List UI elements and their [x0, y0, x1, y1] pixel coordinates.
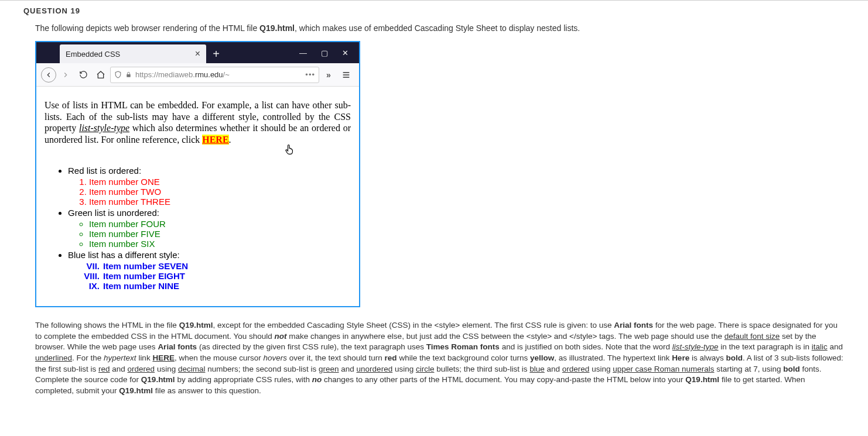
browser-titlebar: Embedded CSS × + — ▢ ✕ [36, 42, 359, 63]
t: no [312, 375, 322, 384]
list-item: VIII.Item number EIGHT [77, 271, 351, 281]
reload-button[interactable] [75, 67, 91, 83]
t: Arial fonts [614, 321, 653, 329]
t: unordered [357, 365, 393, 373]
list-item: VII.Item number SEVEN [77, 261, 351, 271]
para-text-3: . [229, 135, 231, 145]
list-item: IX.Item number NINE [77, 281, 351, 291]
roman-numeral: VII. [77, 261, 103, 271]
t: numbers; the second sub-list is [205, 365, 319, 373]
t: (as directed by the given first CSS rule… [197, 342, 426, 351]
intro-filename: Q19.html [259, 23, 295, 33]
list-item: Item number FOUR [89, 219, 351, 229]
blue-ordered-list: VII.Item number SEVEN VIII.Item number E… [68, 261, 351, 291]
item-text: Item number NINE [103, 281, 179, 291]
list-item: Item number TWO [89, 187, 351, 197]
browser-screenshot: Embedded CSS × + — ▢ ✕ [35, 41, 360, 307]
list-item: Red list is ordered: Item number ONE Ite… [68, 166, 351, 207]
t: Here [672, 353, 689, 362]
question-page: QUESTION 19 The following depicts web br… [0, 0, 868, 436]
green-list-label: Green list is unordered: [68, 208, 159, 218]
blue-list-label: Blue list has a different style: [68, 250, 180, 260]
list-item: Item number THREE [89, 197, 351, 207]
back-button[interactable] [41, 67, 56, 83]
instructions-paragraph: The following shows the HTML in the file… [35, 320, 845, 396]
close-window-icon[interactable]: ✕ [342, 49, 348, 57]
t: not [275, 332, 287, 341]
url-host-pref: https://mediaweb. [135, 70, 195, 79]
home-button[interactable] [93, 67, 109, 83]
t: and [339, 365, 357, 373]
t: italic [812, 342, 828, 351]
t: circle [416, 365, 435, 373]
hand-cursor-icon [283, 143, 295, 156]
page-content: Use of lists in HTML can be embedded. Fo… [36, 87, 359, 306]
t: and [545, 365, 562, 373]
hamburger-menu-icon[interactable] [338, 67, 354, 83]
item-text: Item number EIGHT [103, 271, 185, 281]
lock-icon [125, 71, 132, 78]
t: red [98, 365, 110, 373]
t: red [385, 353, 397, 362]
intro-text-post: , which makes use of embedded Cascading … [295, 23, 580, 33]
t: link [136, 353, 153, 362]
t: in the text paragraph is in [719, 342, 812, 351]
t: Q19.html [179, 321, 213, 329]
minimize-icon[interactable]: — [299, 49, 307, 57]
t: underlined [35, 353, 72, 362]
t: using [392, 365, 416, 373]
t: list-style-type [672, 342, 719, 351]
css-property-name: list-style-type [79, 123, 129, 133]
intro-paragraph: The following depicts web browser render… [35, 23, 845, 33]
green-unordered-list: Item number FOUR Item number FIVE Item n… [68, 219, 351, 249]
overflow-chevron-icon[interactable]: » [320, 67, 337, 83]
outer-list: Red list is ordered: Item number ONE Ite… [45, 166, 351, 291]
forward-button[interactable] [57, 67, 74, 83]
intro-text: The following depicts web browser render… [35, 23, 259, 33]
t: , except for the embedded Cascading Styl… [213, 321, 614, 329]
t: file as answer to this question. [153, 386, 261, 395]
t: ordered [128, 365, 155, 373]
url-input[interactable]: https://mediaweb.rmu.edu/~ ••• [110, 67, 319, 83]
t: , when the mouse cursor [175, 353, 264, 362]
maximize-icon[interactable]: ▢ [321, 49, 328, 57]
t: using [589, 365, 613, 373]
url-path: /~ [223, 70, 230, 79]
t: yellow [530, 353, 554, 362]
t: Q19.html [685, 375, 719, 384]
question-header: QUESTION 19 [23, 6, 845, 15]
t: while the text background color turns [397, 353, 530, 362]
list-item: Item number SIX [89, 239, 351, 249]
page-actions-icon[interactable]: ••• [305, 70, 315, 79]
t: Arial fonts [158, 342, 197, 351]
t: green [319, 365, 339, 373]
t: Q19.html [119, 386, 153, 395]
t: and is justified on both sides. Note tha… [500, 342, 672, 351]
close-tab-icon[interactable]: × [195, 49, 200, 59]
roman-numeral: IX. [77, 281, 103, 291]
item-text: Item number SEVEN [103, 261, 188, 271]
url-host-dark: rmu.edu [195, 70, 223, 79]
window-controls: — ▢ ✕ [299, 42, 359, 63]
browser-tab[interactable]: Embedded CSS × [60, 44, 206, 63]
t: Q19.html [141, 375, 175, 384]
t: changes to any other parts of the HTML d… [322, 375, 685, 384]
t: using [155, 365, 178, 373]
red-ordered-list: Item number ONE Item number TWO Item num… [68, 177, 351, 207]
t: and [110, 365, 128, 373]
t: and [828, 342, 843, 351]
t: hypertext [104, 353, 136, 362]
t: by adding appropriate CSS rules, with [175, 375, 312, 384]
new-tab-button[interactable]: + [206, 44, 226, 63]
tab-title: Embedded CSS [66, 50, 120, 59]
t: bold [783, 365, 800, 373]
svg-rect-0 [127, 74, 130, 77]
t: bold [726, 353, 743, 362]
list-item: Item number ONE [89, 177, 351, 187]
list-item: Green list is unordered: Item number FOU… [68, 208, 351, 249]
t: hovers [263, 353, 287, 362]
t: . For the [72, 353, 104, 362]
t: blue [529, 365, 545, 373]
here-link[interactable]: HERE [202, 135, 228, 145]
t: , as illustrated. The hypertext link [554, 353, 672, 362]
